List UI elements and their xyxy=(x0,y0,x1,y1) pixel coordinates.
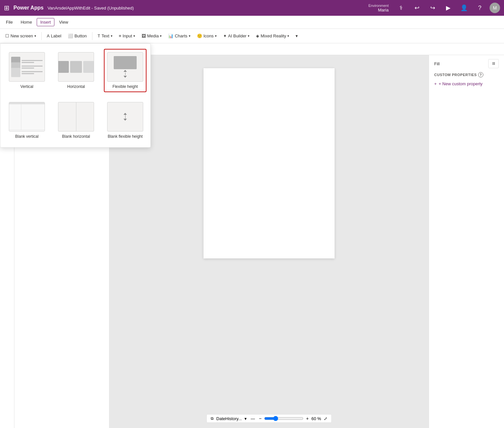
ai-builder-button[interactable]: ✦ AI Builder ▾ xyxy=(221,32,252,40)
component-icon-small: ⧉ xyxy=(211,416,214,421)
zoom-slider[interactable] xyxy=(264,416,303,421)
fill-label: Fill xyxy=(434,61,440,66)
charts-icon: 📊 xyxy=(168,33,173,38)
custom-props-title: CUSTOM PROPERTIES ? xyxy=(434,72,499,77)
icons-icon: 🙂 xyxy=(197,33,202,38)
title-bar: ⊞ Power Apps VanArsdelAppWithEdit - Save… xyxy=(0,0,504,16)
user-button[interactable]: 👤 xyxy=(458,2,470,14)
template-flexible-height-label: Flexible height xyxy=(112,84,138,89)
menu-insert[interactable]: Insert xyxy=(37,18,55,26)
menu-file[interactable]: File xyxy=(3,18,16,26)
more-icon: ▾ xyxy=(296,33,298,38)
media-chevron: ▾ xyxy=(160,34,162,38)
new-prop-icon: + xyxy=(434,81,437,86)
template-horizontal[interactable]: Horizontal xyxy=(55,49,97,92)
fill-picker-icon: ⌗ xyxy=(492,61,495,67)
zoom-out-button[interactable]: − xyxy=(259,416,262,421)
new-custom-property-button[interactable]: + + New custom property xyxy=(434,81,499,86)
template-blank-horizontal-thumb xyxy=(58,102,94,132)
text-button[interactable]: T Text ▾ xyxy=(95,32,115,40)
template-blank-flexible-height-label: Blank flexible height xyxy=(108,134,143,139)
template-blank-flexible-height[interactable]: Blank flexible height xyxy=(104,99,146,142)
fill-picker-button[interactable]: ⌗ xyxy=(488,59,499,68)
ai-builder-icon: ✦ xyxy=(223,33,227,38)
template-vertical[interactable]: Vertical xyxy=(6,49,48,92)
mixed-reality-icon: ◈ xyxy=(256,33,259,38)
separator-2 xyxy=(92,32,92,40)
input-chevron: ▾ xyxy=(133,34,135,38)
template-vertical-label: Vertical xyxy=(20,84,33,89)
template-flexible-height[interactable]: Flexible height xyxy=(104,49,146,92)
component-expand-icon[interactable]: ▾ xyxy=(244,416,247,421)
new-prop-label: + New custom property xyxy=(439,81,483,86)
new-screen-chevron: ▾ xyxy=(34,34,36,38)
redo-button[interactable]: ↪ xyxy=(427,2,438,14)
input-icon: ≡ xyxy=(119,33,122,38)
expand-icon[interactable]: ⤢ xyxy=(324,416,327,421)
environment-info: Environment Maria xyxy=(368,4,389,12)
icons-chevron: ▾ xyxy=(215,34,217,38)
canvas-bottom-bar: ⧉ DateHistory... ▾ — − + 60 % ⤢ xyxy=(206,414,332,423)
template-flexible-height-thumb xyxy=(107,52,143,82)
canvas-frame[interactable] xyxy=(204,68,335,258)
new-screen-dropdown: Vertical Horizontal xyxy=(0,43,151,148)
input-button[interactable]: ≡ Input ▾ xyxy=(116,32,138,40)
charts-chevron: ▾ xyxy=(189,34,190,38)
icons-button[interactable]: 🙂 Icons ▾ xyxy=(194,32,219,40)
properties-panel: Fill ⌗ CUSTOM PROPERTIES ? + + New custo… xyxy=(429,55,504,428)
template-blank-vertical-thumb xyxy=(9,102,45,132)
text-chevron: ▾ xyxy=(111,34,112,38)
new-screen-icon: ☐ xyxy=(5,33,9,38)
menu-bar: File Home Insert View xyxy=(0,16,504,29)
app-name-label: Power Apps xyxy=(13,5,44,11)
help-button[interactable]: ? xyxy=(474,2,486,14)
run-button[interactable]: ▶ xyxy=(442,2,454,14)
mixed-reality-button[interactable]: ◈ Mixed Reality ▾ xyxy=(253,32,292,40)
media-icon: 🖼 xyxy=(142,33,146,38)
template-vertical-thumb xyxy=(9,52,45,82)
more-button[interactable]: ▾ xyxy=(293,32,300,40)
button-icon: ⬜ xyxy=(68,33,73,38)
new-screen-button[interactable]: ☐ New screen ▾ xyxy=(3,32,39,40)
template-blank-vertical-label: Blank vertical xyxy=(15,134,38,139)
grid-menu-icon[interactable]: ⊞ xyxy=(4,4,10,12)
zoom-in-button[interactable]: + xyxy=(306,416,309,421)
undo-button[interactable]: ↩ xyxy=(411,2,423,14)
template-horizontal-label: Horizontal xyxy=(67,84,85,89)
template-horizontal-thumb xyxy=(58,52,94,82)
zoom-level-label: 60 % xyxy=(311,416,321,421)
label-button[interactable]: A Label xyxy=(44,32,64,40)
template-blank-horizontal-label: Blank horizontal xyxy=(62,134,90,139)
media-button[interactable]: 🖼 Media ▾ xyxy=(139,32,164,40)
component-name-label: DateHistory... xyxy=(216,416,242,421)
health-button[interactable]: ⚕ xyxy=(395,2,407,14)
doc-title-label: VanArsdelAppWithEdit - Saved (Unpublishe… xyxy=(48,6,134,10)
fill-row: Fill ⌗ xyxy=(434,59,499,68)
separator-1 xyxy=(41,32,42,40)
user-avatar[interactable]: M xyxy=(490,3,500,13)
help-icon[interactable]: ? xyxy=(478,72,483,77)
ai-builder-chevron: ▾ xyxy=(248,34,249,38)
canvas-area: ⧉ DateHistory... ▾ — − + 60 % ⤢ xyxy=(109,55,429,428)
button-button[interactable]: ⬜ Button xyxy=(65,32,89,40)
label-icon: A xyxy=(47,33,50,38)
text-icon: T xyxy=(98,33,100,38)
menu-home[interactable]: Home xyxy=(17,18,35,26)
charts-button[interactable]: 📊 Charts ▾ xyxy=(165,32,193,40)
toolbar: ☐ New screen ▾ A Label ⬜ Button T Text ▾… xyxy=(0,29,504,43)
mixed-reality-chevron: ▾ xyxy=(287,34,289,38)
menu-view[interactable]: View xyxy=(56,18,71,26)
template-blank-flexible-height-thumb xyxy=(107,102,143,132)
template-blank-horizontal[interactable]: Blank horizontal xyxy=(55,99,97,142)
template-blank-vertical[interactable]: Blank vertical xyxy=(6,99,48,142)
